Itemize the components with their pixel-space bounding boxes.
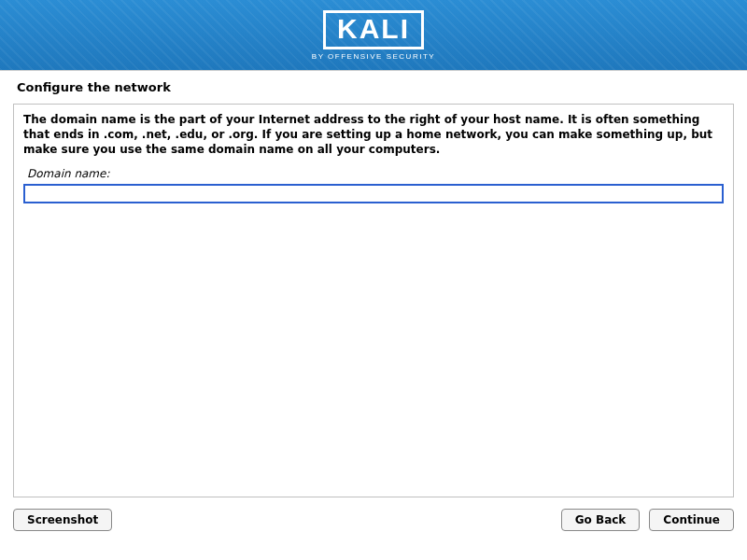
page-title: Configure the network (0, 71, 747, 100)
continue-button[interactable]: Continue (649, 509, 734, 531)
domain-name-label: Domain name: (27, 167, 724, 180)
description-text: The domain name is the part of your Inte… (23, 112, 724, 158)
logo-frame: KALI (323, 10, 424, 49)
banner: KALI BY OFFENSIVE SECURITY (0, 0, 747, 71)
content-frame: The domain name is the part of your Inte… (13, 104, 734, 497)
button-bar: Screenshot Go Back Continue (0, 497, 747, 542)
kali-logo: KALI BY OFFENSIVE SECURITY (312, 10, 435, 61)
logo-text: KALI (337, 13, 410, 44)
domain-name-input[interactable] (23, 184, 724, 203)
go-back-button[interactable]: Go Back (561, 509, 641, 531)
screenshot-button[interactable]: Screenshot (13, 509, 112, 531)
logo-subtitle: BY OFFENSIVE SECURITY (312, 52, 435, 61)
